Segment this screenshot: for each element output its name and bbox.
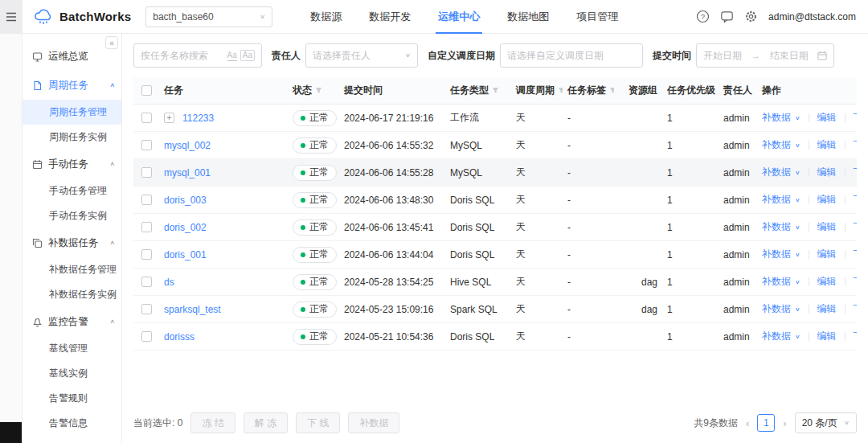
page-number-button[interactable]: 1 xyxy=(757,414,775,432)
offline-action[interactable]: 下线 xyxy=(854,275,857,289)
task-tag-cell: - xyxy=(567,195,571,206)
patch-data-action[interactable]: 补数据 xyxy=(762,138,791,152)
task-name-link[interactable]: mysql_001 xyxy=(164,167,211,178)
nav-item[interactable]: 数据开发 xyxy=(355,0,424,34)
offline-action[interactable]: 下线 xyxy=(854,193,857,207)
prev-page-button[interactable]: ‹ xyxy=(744,417,751,429)
task-name-link[interactable]: 112233 xyxy=(182,113,214,124)
highlight-match-icon[interactable]: Aa xyxy=(227,51,237,61)
sidebar-group-item[interactable]: 监控告警∧ xyxy=(23,307,121,336)
row-checkbox[interactable] xyxy=(141,304,152,314)
status-dot-icon xyxy=(301,334,305,339)
sidebar-item-label: 监控告警 xyxy=(48,315,88,329)
task-name-link[interactable]: doris_001 xyxy=(164,249,207,260)
row-checkbox[interactable] xyxy=(141,222,152,232)
sidebar-group-item[interactable]: 手动任务∧ xyxy=(23,150,121,178)
settings-gear-icon[interactable] xyxy=(744,10,758,23)
sidebar-sub-item[interactable]: 手动任务实例 xyxy=(23,203,121,228)
task-name-link[interactable]: doris_003 xyxy=(164,195,207,206)
offline-action[interactable]: 下线 xyxy=(854,330,857,343)
patch-data-action[interactable]: 补数据 xyxy=(762,111,791,125)
patch-data-action[interactable]: 补数据 xyxy=(762,248,791,261)
sidebar-sub-item[interactable]: 补数据任务管理 xyxy=(23,257,121,282)
edit-action[interactable]: 编辑 xyxy=(817,166,837,179)
sidebar-sub-item[interactable]: 周期任务实例 xyxy=(23,125,121,150)
task-search-input[interactable]: 按任务名称搜索 Aa Aa xyxy=(133,43,262,68)
patch-data-action[interactable]: 补数据 xyxy=(762,166,791,179)
sidebar-sub-item[interactable]: 补数据任务实例 xyxy=(23,282,121,307)
task-name-link[interactable]: dorisss xyxy=(164,331,194,343)
owner-select[interactable]: 请选择责任人 ∨ xyxy=(305,43,418,68)
row-checkbox[interactable] xyxy=(141,140,152,150)
sidebar-sub-item[interactable]: 基线管理 xyxy=(23,336,121,361)
sidebar-sub-item[interactable]: 告警信息 xyxy=(23,411,121,436)
offline-action[interactable]: 下线 xyxy=(854,302,857,316)
batch-action-button[interactable]: 补数据 xyxy=(348,412,399,433)
patch-data-action[interactable]: 补数据 xyxy=(762,193,791,207)
sidebar-sub-item[interactable]: 基线实例 xyxy=(23,361,121,386)
select-all-checkbox[interactable] xyxy=(141,85,152,96)
next-page-button[interactable]: › xyxy=(781,417,788,429)
user-account-label[interactable]: admin@dtstack.com xyxy=(768,11,856,23)
column-header-label: 操作 xyxy=(762,84,781,97)
row-checkbox[interactable] xyxy=(141,195,152,205)
patch-data-action[interactable]: 补数据 xyxy=(762,220,791,234)
task-name-link[interactable]: doris_002 xyxy=(164,222,207,233)
project-selector[interactable]: bacth_base60 ∨ xyxy=(145,6,272,27)
task-name-link[interactable]: ds xyxy=(164,277,174,288)
offline-action[interactable]: 下线 xyxy=(854,248,857,261)
row-checkbox[interactable] xyxy=(141,331,152,342)
column-header: 状态 xyxy=(288,84,339,97)
offline-action[interactable]: 下线 xyxy=(854,111,857,125)
sidebar-collapse-button[interactable]: « xyxy=(105,36,118,49)
schedule-date-placeholder: 请选择自定义调度日期 xyxy=(507,49,604,63)
offline-action[interactable]: 下线 xyxy=(854,220,857,234)
edit-action[interactable]: 编辑 xyxy=(817,220,837,234)
filter-bar: 按任务名称搜索 Aa Aa 责任人 请选择责任人 ∨ 自定义调度日期 请选择自定… xyxy=(133,43,857,68)
task-name-link[interactable]: sparksql_test xyxy=(164,304,221,315)
filter-icon[interactable] xyxy=(315,87,322,94)
sidebar-sub-item[interactable]: 手动任务管理 xyxy=(23,178,121,203)
selected-count-info: 当前选中: 0 xyxy=(133,416,182,430)
schedule-cycle-cell: 天 xyxy=(516,138,526,152)
offline-action[interactable]: 下线 xyxy=(854,138,857,152)
edit-action[interactable]: 编辑 xyxy=(817,275,837,289)
submit-time-range-picker[interactable]: 开始日期 → 结束日期 xyxy=(696,43,834,68)
sidebar-sub-item[interactable]: 周期任务管理 xyxy=(23,100,121,125)
edit-action[interactable]: 编辑 xyxy=(817,302,837,316)
patch-data-action[interactable]: 补数据 xyxy=(762,330,791,343)
match-case-icon[interactable]: Aa xyxy=(240,50,255,61)
row-checkbox[interactable] xyxy=(141,113,152,123)
edit-action[interactable]: 编辑 xyxy=(817,330,837,343)
patch-data-action[interactable]: 补数据 xyxy=(762,275,791,289)
message-icon[interactable] xyxy=(720,10,734,23)
edit-action[interactable]: 编辑 xyxy=(817,138,837,152)
sidebar-item-label: 告警信息 xyxy=(49,416,88,430)
sidebar-sub-item[interactable]: 告警规则 xyxy=(23,386,121,411)
nav-item[interactable]: 数据地图 xyxy=(493,0,563,34)
status-badge: 正常 xyxy=(293,165,337,181)
schedule-date-input[interactable]: 请选择自定义调度日期 xyxy=(500,43,643,68)
hamburger-menu-button[interactable] xyxy=(0,0,23,34)
offline-action[interactable]: 下线 xyxy=(854,166,857,179)
filter-icon[interactable] xyxy=(492,87,499,94)
sidebar-group-item[interactable]: 补数据任务∧ xyxy=(23,228,121,257)
edit-action[interactable]: 编辑 xyxy=(817,193,837,207)
row-checkbox[interactable] xyxy=(141,167,152,178)
row-checkbox[interactable] xyxy=(141,277,152,287)
page-size-select[interactable]: 20 条/页 ∨ xyxy=(795,412,857,433)
nav-item[interactable]: 项目管理 xyxy=(563,0,632,34)
nav-item[interactable]: 运维中心 xyxy=(424,0,493,34)
edit-action[interactable]: 编辑 xyxy=(817,111,837,125)
task-name-link[interactable]: mysql_002 xyxy=(164,140,211,151)
edit-action[interactable]: 编辑 xyxy=(817,248,837,261)
patch-data-action[interactable]: 补数据 xyxy=(762,302,791,316)
help-icon[interactable]: ? xyxy=(696,10,710,23)
batch-action-button[interactable]: 解 冻 xyxy=(244,412,288,433)
nav-item[interactable]: 数据源 xyxy=(297,0,355,34)
batch-action-button[interactable]: 下 线 xyxy=(296,412,340,433)
batch-action-button[interactable]: 冻 结 xyxy=(190,412,235,433)
expand-row-button[interactable]: + xyxy=(164,113,174,123)
row-checkbox[interactable] xyxy=(141,249,152,260)
sidebar-group-item[interactable]: 周期任务∧ xyxy=(23,71,121,100)
